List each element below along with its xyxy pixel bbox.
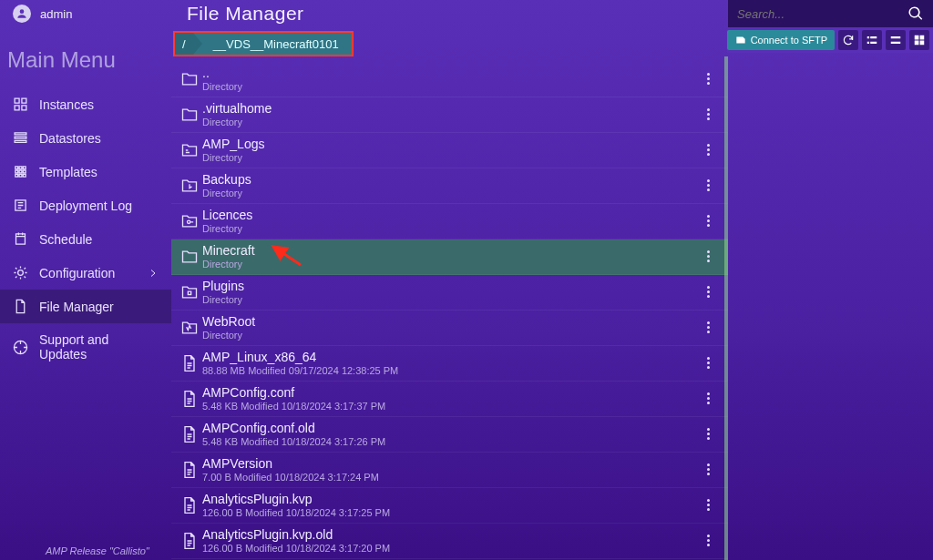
- refresh-button[interactable]: [838, 30, 858, 50]
- file-subtext: Directory: [202, 223, 697, 235]
- file-name: AnalyticsPlugin.kvp: [202, 492, 697, 507]
- file-icon: [177, 461, 202, 479]
- connect-sftp-button[interactable]: Connect to SFTP: [727, 30, 835, 50]
- sidebar: Main Menu InstancesDatastoresTemplatesDe…: [0, 27, 171, 560]
- scrollbar[interactable]: [724, 56, 728, 560]
- footer-release: AMP Release "Callisto": [0, 542, 195, 560]
- file-menu-button[interactable]: [697, 535, 719, 546]
- username: admin: [40, 7, 72, 21]
- file-row[interactable]: AMPConfig.conf5.48 KB Modified 10/18/202…: [171, 382, 728, 417]
- sidebar-item-support-and-updates[interactable]: Support and Updates: [0, 323, 171, 371]
- file-row[interactable]: .virtualhomeDirectory: [171, 97, 728, 133]
- folder-icon: [177, 248, 202, 266]
- sftp-icon: [734, 34, 747, 46]
- file-menu-button[interactable]: [697, 73, 719, 85]
- log-icon: [13, 198, 28, 213]
- file-name: ..: [202, 66, 697, 81]
- file-name: .virtualhome: [202, 101, 697, 117]
- sidebar-item-instances[interactable]: Instances: [0, 87, 171, 121]
- view-detail-button[interactable]: [886, 30, 906, 50]
- file-row[interactable]: AnalyticsPlugin.kvp.old126.00 B Modified…: [171, 524, 728, 559]
- file-subtext: Directory: [202, 259, 697, 270]
- file-subtext: 5.48 KB Modified 10/18/2024 3:17:26 PM: [202, 436, 697, 448]
- search-icon[interactable]: [907, 5, 924, 22]
- grid-icon: [913, 34, 926, 46]
- search-bar[interactable]: [728, 0, 933, 27]
- sidebar-title: Main Menu: [0, 27, 171, 87]
- file-name: Minecraft: [202, 243, 697, 259]
- config-icon: [13, 265, 28, 280]
- page-title: File Manager: [187, 3, 304, 25]
- file-menu-button[interactable]: [697, 179, 719, 191]
- sidebar-item-datastores[interactable]: Datastores: [0, 121, 171, 155]
- file-name: Backups: [202, 172, 697, 188]
- file-subtext: Directory: [202, 152, 697, 164]
- view-grid-button[interactable]: [909, 30, 929, 50]
- refresh-icon: [842, 34, 855, 46]
- file-name: WebRoot: [202, 314, 697, 330]
- file-name: AMP_Linux_x86_64: [202, 350, 697, 365]
- chevron-right-icon: [148, 268, 159, 279]
- file-list[interactable]: ..Directory.virtualhomeDirectoryAMP_Logs…: [171, 62, 728, 560]
- file-name: Plugins: [202, 279, 697, 294]
- instances-icon: [13, 97, 28, 112]
- file-menu-button[interactable]: [697, 392, 719, 404]
- file-row[interactable]: MinecraftDirectory: [171, 239, 728, 275]
- folder-icon: [177, 212, 202, 230]
- user-area[interactable]: admin: [0, 0, 72, 27]
- file-row[interactable]: LicencesDirectory: [171, 204, 728, 239]
- file-subtext: 5.48 KB Modified 10/18/2024 3:17:37 PM: [202, 401, 697, 412]
- file-menu-button[interactable]: [697, 321, 719, 333]
- file-icon: [177, 354, 202, 372]
- file-row[interactable]: AMPVersion7.00 B Modified 10/18/2024 3:1…: [171, 453, 728, 488]
- file-row[interactable]: AMP_Linux_x86_6488.88 MB Modified 09/17/…: [171, 346, 728, 382]
- file-name: AMPConfig.conf: [202, 385, 697, 401]
- file-row[interactable]: BackupsDirectory: [171, 168, 728, 204]
- file-subtext: 126.00 B Modified 10/18/2024 3:17:25 PM: [202, 507, 697, 519]
- file-subtext: 7.00 B Modified 10/18/2024 3:17:24 PM: [202, 472, 697, 484]
- file-name: AMPVersion: [202, 456, 697, 472]
- sidebar-item-schedule[interactable]: Schedule: [0, 222, 171, 256]
- folder-icon: [177, 70, 202, 88]
- file-row[interactable]: PluginsDirectory: [171, 275, 728, 311]
- view-list-button[interactable]: [862, 30, 882, 50]
- sidebar-item-label: Deployment Log: [39, 199, 132, 213]
- file-menu-button[interactable]: [697, 144, 719, 156]
- file-menu-button[interactable]: [697, 215, 719, 227]
- templates-icon: [13, 164, 28, 179]
- search-input[interactable]: [737, 7, 907, 21]
- breadcrumb-folder[interactable]: __VDS__Minecraft0101: [193, 33, 352, 55]
- sidebar-item-label: Schedule: [39, 232, 92, 247]
- file-toolbar: Connect to SFTP: [727, 27, 933, 53]
- file-row[interactable]: AMPConfig.conf.old5.48 KB Modified 10/18…: [171, 417, 728, 453]
- sidebar-item-label: Instances: [39, 97, 94, 112]
- file-menu-button[interactable]: [697, 250, 719, 262]
- sidebar-item-file-manager[interactable]: File Manager: [0, 290, 171, 323]
- folder-icon: [177, 319, 202, 337]
- schedule-icon: [13, 231, 28, 247]
- sidebar-item-configuration[interactable]: Configuration: [0, 256, 171, 290]
- file-row[interactable]: WebRootDirectory: [171, 311, 728, 346]
- avatar: [13, 5, 31, 23]
- folder-icon: [177, 141, 202, 159]
- file-subtext: 88.88 MB Modified 09/17/2024 12:38:25 PM: [202, 365, 697, 377]
- file-icon: [177, 390, 202, 408]
- sidebar-item-label: File Manager: [39, 300, 114, 314]
- file-row[interactable]: ..Directory: [171, 62, 728, 97]
- file-subtext: 126.00 B Modified 10/18/2024 3:17:20 PM: [202, 543, 697, 555]
- sidebar-item-templates[interactable]: Templates: [0, 155, 171, 188]
- file-icon: [177, 425, 202, 443]
- sidebar-item-label: Templates: [39, 165, 97, 179]
- file-row[interactable]: AnalyticsPlugin.kvp126.00 B Modified 10/…: [171, 488, 728, 524]
- file-menu-button[interactable]: [697, 357, 719, 369]
- datastores-icon: [13, 130, 28, 146]
- sidebar-item-deployment-log[interactable]: Deployment Log: [0, 188, 171, 222]
- file-menu-button[interactable]: [697, 108, 719, 120]
- file-subtext: Directory: [202, 117, 697, 128]
- file-row[interactable]: AMP_LogsDirectory: [171, 133, 728, 168]
- file-menu-button[interactable]: [697, 286, 719, 298]
- file-menu-button[interactable]: [697, 499, 719, 511]
- breadcrumb-root[interactable]: /: [175, 33, 193, 55]
- file-menu-button[interactable]: [697, 428, 719, 440]
- file-menu-button[interactable]: [697, 463, 719, 475]
